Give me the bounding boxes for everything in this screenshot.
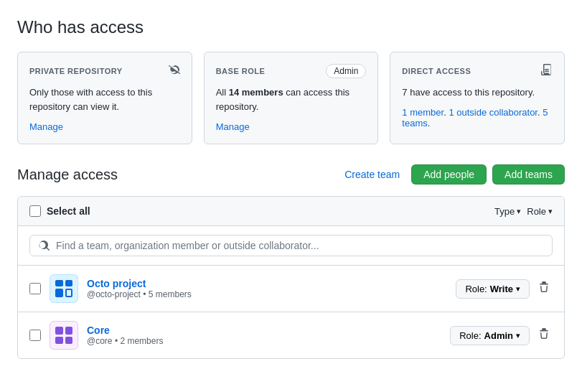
select-all-text: Select all xyxy=(47,205,90,217)
role-label: Role: xyxy=(465,284,487,294)
card-header: DIRECT ACCESS xyxy=(402,64,553,78)
table-row: Core @core • 2 members Role: Admin xyxy=(18,312,564,358)
access-table: Select all Type Role Octo pr xyxy=(17,196,565,359)
member-meta: @octo-project • 5 members xyxy=(87,289,447,299)
avatar xyxy=(50,321,78,350)
member-link[interactable]: 1 member xyxy=(402,107,443,118)
member-name[interactable]: Core xyxy=(87,325,110,336)
role-value: Write xyxy=(490,284,513,294)
add-people-button[interactable]: Add people xyxy=(411,164,487,185)
collaborator-link[interactable]: 1 outside collaborator xyxy=(449,107,538,118)
row-checkbox[interactable] xyxy=(29,330,41,341)
search-input-wrapper xyxy=(29,235,553,256)
search-row xyxy=(18,226,564,266)
table-row: Octo project @octo-project • 5 members R… xyxy=(18,266,564,312)
select-all-label[interactable]: Select all xyxy=(29,205,90,217)
team-grid-icon xyxy=(55,280,72,297)
card-header: BASE ROLE Admin xyxy=(216,64,367,78)
base-role-card: BASE ROLE Admin All 14 members can acces… xyxy=(204,52,379,144)
member-count: 5 members xyxy=(149,289,192,299)
member-meta: @core • 2 members xyxy=(87,336,441,346)
search-input[interactable] xyxy=(56,240,543,251)
search-icon xyxy=(39,240,50,251)
type-filter-button[interactable]: Type xyxy=(494,206,521,217)
role-value: Admin xyxy=(484,330,513,341)
manage-link[interactable]: Manage xyxy=(216,121,250,132)
role-button[interactable]: Role: Admin xyxy=(450,326,530,345)
member-handle: @octo-project xyxy=(87,289,141,299)
manage-access-actions: Create team Add people Add teams xyxy=(339,164,565,185)
row-checkbox[interactable] xyxy=(29,283,41,294)
role-label: Role: xyxy=(459,330,481,341)
member-info: Core @core • 2 members xyxy=(87,325,441,346)
table-toolbar: Select all Type Role xyxy=(18,197,564,226)
card-body: 7 have access to this repository. xyxy=(402,85,553,100)
hidden-eye-icon xyxy=(169,64,180,78)
access-cards: PRIVATE REPOSITORY Only those with acces… xyxy=(17,52,565,144)
card-body: Only those with access to this repositor… xyxy=(29,85,180,113)
member-actions: Role: Write xyxy=(456,279,553,299)
card-label: PRIVATE REPOSITORY xyxy=(29,67,123,75)
role-button[interactable]: Role: Write xyxy=(456,279,530,299)
member-actions: Role: Admin xyxy=(450,325,553,346)
admin-badge: Admin xyxy=(326,64,366,78)
manage-access-header: Manage access Create team Add people Add… xyxy=(17,164,565,185)
member-count: 14 members xyxy=(229,87,283,98)
member-handle: @core xyxy=(87,336,113,346)
delete-button[interactable] xyxy=(535,325,553,346)
manage-link[interactable]: Manage xyxy=(29,121,63,132)
select-all-checkbox[interactable] xyxy=(29,205,41,217)
manage-access-title: Manage access xyxy=(17,167,118,183)
card-body: All 14 members can access this repositor… xyxy=(216,85,367,113)
member-count: 2 members xyxy=(120,336,163,346)
card-label: BASE ROLE xyxy=(216,67,266,75)
role-filter-button[interactable]: Role xyxy=(527,206,553,217)
direct-access-card: DIRECT ACCESS 7 have access to this repo… xyxy=(390,52,565,144)
member-name[interactable]: Octo project xyxy=(87,278,146,289)
private-repo-card: PRIVATE REPOSITORY Only those with acces… xyxy=(17,52,192,144)
card-header: PRIVATE REPOSITORY xyxy=(29,64,180,78)
add-teams-button[interactable]: Add teams xyxy=(492,164,565,185)
direct-access-links: 1 member. 1 outside collaborator. 5 team… xyxy=(402,107,553,129)
page-title: Who has access xyxy=(17,17,565,37)
person-add-icon xyxy=(541,64,553,78)
member-info: Octo project @octo-project • 5 members xyxy=(87,278,447,299)
team-grid-icon xyxy=(55,327,72,344)
create-team-button[interactable]: Create team xyxy=(339,165,405,184)
avatar xyxy=(50,274,78,303)
delete-button[interactable] xyxy=(535,279,553,299)
toolbar-filters: Type Role xyxy=(494,206,553,217)
card-label: DIRECT ACCESS xyxy=(402,67,471,75)
